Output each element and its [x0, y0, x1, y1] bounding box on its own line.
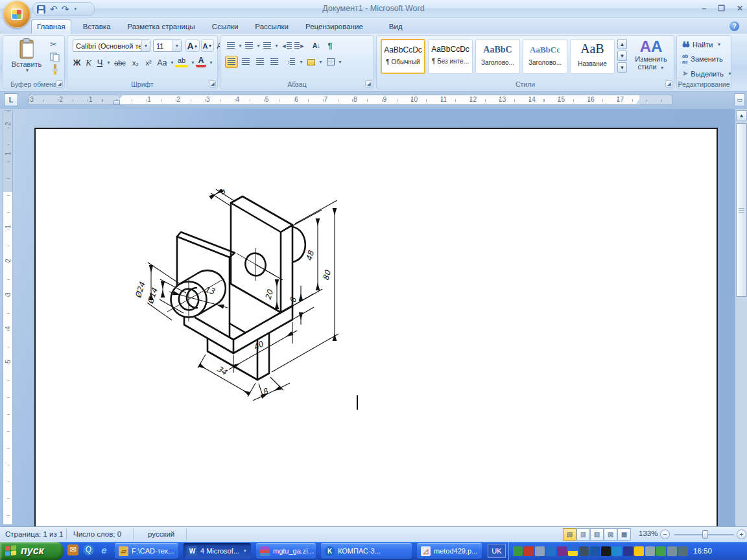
maximize-button[interactable]: ❐	[718, 4, 725, 13]
view-outline-button[interactable]: ▨	[604, 528, 617, 541]
pilcrow-button[interactable]: ¶	[325, 40, 335, 52]
bold-button[interactable]: Ж	[71, 56, 82, 69]
style-no-spacing[interactable]: AaBbCcDc ¶ Без инте...	[428, 39, 473, 74]
highlight-caret[interactable]: ▼	[191, 60, 195, 65]
ribbon-tab[interactable]: Рассылки	[250, 20, 294, 34]
highlight-button[interactable]: ab	[175, 55, 188, 67]
taskbar-item-folder[interactable]: ▱ F:\CAD-тех...	[115, 543, 178, 559]
subscript-button[interactable]: x₂	[130, 56, 141, 69]
multilevel-list-button[interactable]	[261, 40, 273, 52]
zoom-slider-thumb[interactable]	[702, 530, 708, 539]
clipboard-dialog-launcher[interactable]: ◢	[56, 80, 63, 88]
font-color-caret[interactable]: ▼	[209, 60, 213, 65]
tray-icons[interactable]	[513, 546, 688, 556]
minimize-button[interactable]: –	[702, 4, 706, 13]
ribbon-tab[interactable]: Ссылки	[207, 20, 244, 34]
right-indent-marker[interactable]	[636, 96, 643, 104]
tab-selector[interactable]: L	[4, 93, 18, 106]
styles-scrollbar[interactable]: ▲ ▼ ▼	[617, 39, 627, 74]
view-web-button[interactable]: ▧	[590, 528, 604, 541]
view-draft-button[interactable]: ▩	[617, 528, 631, 541]
quick-launch-q-icon[interactable]: Q	[83, 544, 94, 555]
ribbon-tab[interactable]: Рецензирование	[300, 20, 368, 34]
horizontal-ruler[interactable]: 321 1234567891011121314151617	[28, 95, 672, 105]
start-button[interactable]: пуск	[0, 542, 64, 560]
zoom-in-button[interactable]: +	[737, 530, 746, 539]
underline-caret[interactable]: ▼	[106, 60, 111, 65]
find-button[interactable]: Найти▼	[682, 39, 721, 50]
status-words[interactable]: Число слов: 0	[73, 530, 121, 538]
taskbar-item-metod[interactable]: ◿ metod429.p...	[417, 543, 482, 559]
font-dialog-launcher[interactable]: ◢	[209, 80, 216, 88]
copy-icon[interactable]	[50, 52, 60, 62]
ribbon-tab[interactable]: Вид	[384, 20, 408, 34]
left-indent-marker[interactable]	[113, 100, 120, 105]
multilevel-caret[interactable]: ▼	[274, 43, 279, 48]
ribbon-tab[interactable]: Главная	[31, 19, 71, 34]
close-button[interactable]: ✕	[737, 4, 743, 13]
taskbar-item-word[interactable]: W 4 Microsof... ▾	[184, 543, 251, 559]
help-icon[interactable]: ?	[729, 21, 739, 31]
ruler-toggle-button[interactable]: ▭	[734, 93, 745, 106]
cut-icon[interactable]: ✂	[50, 40, 57, 49]
taskbar-item-kompas[interactable]: K КОМПАС-3...	[321, 543, 412, 559]
scrollbar-thumb[interactable]	[736, 123, 747, 297]
font-color-button[interactable]: А	[196, 55, 206, 67]
bullets-caret[interactable]: ▼	[238, 43, 243, 48]
style-normal[interactable]: AaBbCcDc ¶ Обычный	[381, 39, 425, 74]
underline-button[interactable]: Ч	[95, 56, 105, 69]
change-case-caret[interactable]: ▼	[170, 60, 174, 65]
paragraph-dialog-launcher[interactable]: ◢	[365, 80, 372, 88]
sort-button[interactable]: А↓	[309, 40, 324, 52]
numbering-caret[interactable]: ▼	[256, 43, 261, 48]
decrease-indent-button[interactable]: ◄	[281, 40, 292, 52]
bullets-button[interactable]	[225, 40, 237, 52]
style-heading2[interactable]: AaBbCc Заголово...	[523, 39, 567, 74]
status-language[interactable]: русский	[148, 530, 174, 538]
italic-button[interactable]: К	[84, 56, 93, 69]
numbering-button[interactable]	[243, 40, 255, 52]
ribbon-tab[interactable]: Разметка страницы	[123, 20, 200, 34]
paste-button[interactable]: Вставить ▼	[8, 38, 45, 73]
zoom-out-button[interactable]: −	[660, 530, 670, 539]
strikethrough-button[interactable]: abc	[112, 56, 128, 69]
borders-caret[interactable]: ▼	[338, 60, 342, 64]
align-right-button[interactable]	[254, 56, 267, 68]
align-left-button[interactable]	[225, 56, 238, 68]
superscript-button[interactable]: x²	[143, 56, 154, 69]
vertical-ruler[interactable]: 21 12345	[3, 110, 13, 525]
office-button[interactable]	[3, 1, 30, 28]
select-button[interactable]: ➤Выделить▼	[682, 68, 732, 79]
scroll-up-icon[interactable]: ▲	[736, 110, 747, 121]
styles-dialog-launcher[interactable]: ◢	[665, 80, 672, 88]
font-name-combo[interactable]: Calibri (Основной те▼	[73, 40, 150, 52]
grow-font-button[interactable]: А▲	[185, 40, 200, 52]
style-title[interactable]: АаВ Название	[570, 39, 615, 74]
taskbar-item-rar[interactable]: mgtu_ga.zi...	[256, 543, 316, 559]
replace-button[interactable]: abacЗаменить	[682, 53, 723, 64]
line-spacing-caret[interactable]: ▼	[299, 60, 303, 64]
shading-caret[interactable]: ▼	[318, 60, 323, 64]
format-painter-icon[interactable]	[51, 64, 60, 75]
increase-indent-button[interactable]: ►	[294, 40, 305, 52]
align-center-button[interactable]	[239, 56, 252, 68]
quick-launch-ie-icon[interactable]: e	[99, 544, 110, 555]
zoom-level[interactable]: 133%	[639, 530, 658, 537]
font-size-combo[interactable]: 11▼	[153, 40, 182, 52]
ribbon-tab[interactable]: Вставка	[78, 20, 116, 34]
language-indicator[interactable]: UK	[488, 544, 506, 558]
view-print-layout-button[interactable]: ▤	[563, 528, 576, 541]
document-image-technical-drawing[interactable]: 8 48 80 20 8 40 34 8 Ø24 Ø14 13	[134, 189, 358, 410]
shading-button[interactable]	[305, 56, 317, 68]
view-fullscreen-button[interactable]: ▥	[576, 528, 590, 541]
justify-button[interactable]	[268, 56, 281, 68]
taskbar-clock[interactable]: 16:50	[693, 547, 712, 555]
line-spacing-button[interactable]: ↕	[285, 56, 298, 68]
vertical-scrollbar[interactable]: ▲	[735, 109, 747, 526]
style-heading1[interactable]: AaBbC Заголово...	[475, 39, 520, 74]
change-styles-button[interactable]: AA Изменить стили ▼	[631, 38, 671, 71]
change-case-button[interactable]: Аа	[156, 56, 169, 69]
borders-button[interactable]	[325, 56, 337, 68]
status-page[interactable]: Страница: 1 из 1	[5, 530, 63, 538]
quick-launch-mail-icon[interactable]: ✉	[67, 544, 78, 555]
